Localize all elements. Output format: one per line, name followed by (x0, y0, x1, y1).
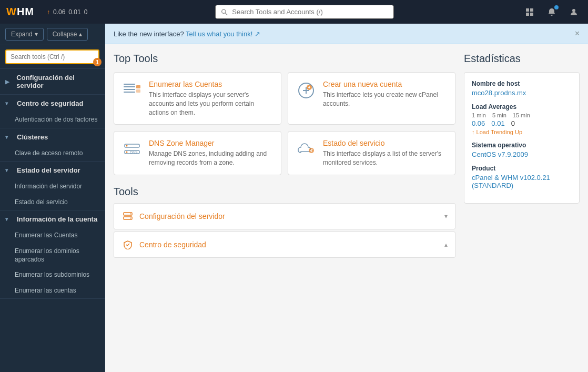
nav-section-info-cuenta-label: Información de la cuenta (17, 215, 97, 223)
sidebar-item-estado-servicio[interactable]: Estado del servicio (0, 195, 105, 210)
tool-icon-cloud (296, 139, 317, 160)
svg-rect-10 (124, 92, 135, 93)
sidebar: Expand ▾ Collapse ▴ 1 ▶ Configuración de… (0, 24, 105, 372)
sidebar-item-enum-subdominios[interactable]: Enumerar los subdominios (0, 267, 105, 283)
notice-link-text: Tell us what you think! (186, 30, 252, 38)
tool-card-estado[interactable]: Estado del servicio This interface displ… (288, 131, 455, 175)
content-inner: Top Tools (105, 44, 588, 268)
nav-section-seguridad-header[interactable]: ▾ Centro de seguridad (0, 95, 105, 112)
stat-val3: 0 (84, 8, 88, 16)
tool-icon-list (121, 80, 143, 101)
svg-rect-2 (526, 8, 529, 12)
stats-load-headers: 1 min 5 min 15 min (472, 112, 572, 118)
svg-point-30 (130, 217, 131, 218)
tool-icon-dns: DNS (121, 139, 143, 160)
sidebar-search-wrap: 1 (0, 45, 105, 69)
nav-section-config: ▶ Configuración del servidor (0, 69, 105, 95)
svg-point-29 (130, 213, 131, 214)
tool-card-estado-body: Estado del servicio This interface displ… (323, 139, 448, 167)
tool-card-dns-desc: Manage DNS zones, including adding and r… (149, 149, 273, 167)
notice-banner: Like the new interface? Tell us what you… (105, 24, 588, 44)
sidebar-search-input[interactable] (5, 49, 99, 64)
sidebar-item-info-servidor[interactable]: Información del servidor (0, 179, 105, 195)
stats-load-label: Load Averages (472, 103, 572, 110)
load-val-15min: 0 (511, 119, 515, 127)
accordion-config: Configuración del servidor ▾ (114, 203, 455, 229)
search-icon (221, 8, 228, 16)
tool-card-crear-desc: This interface lets you create new cPane… (323, 91, 448, 108)
nav-arrow-seguridad: ▾ (5, 100, 13, 106)
nav-section-clusteres-header[interactable]: ▾ Clústeres (0, 128, 105, 146)
notice-close-button[interactable]: × (575, 29, 580, 38)
nav-section-config-header[interactable]: ▶ Configuración del servidor (0, 69, 105, 94)
external-link-icon: ↗ (255, 30, 260, 38)
svg-rect-8 (124, 86, 135, 87)
stats-trending: ↑ Load Trending Up (472, 129, 572, 135)
notice-text-static: Like the new interface? (114, 30, 184, 38)
stats-os-row: Sistema operativo CentOS v7.9.2009 (472, 142, 572, 158)
accordion-config-header[interactable]: Configuración del servidor ▾ (114, 204, 455, 229)
svg-rect-9 (124, 89, 135, 90)
nav-section-info-cuenta-header[interactable]: ▾ Información de la cuenta (0, 210, 105, 228)
stats-arrow: ↑ (47, 8, 50, 16)
topbar-search-area (96, 5, 513, 19)
tool-card-crear-title: Crear una nueva cuenta (323, 80, 448, 88)
top-tools-title: Top Tools (114, 53, 455, 65)
grid-button[interactable] (522, 4, 538, 20)
svg-text:DNS: DNS (130, 150, 138, 154)
grid-icon (525, 8, 534, 16)
svg-point-6 (572, 9, 575, 12)
collapse-button[interactable]: Collapse ▴ (47, 28, 88, 41)
user-icon (570, 8, 578, 16)
tool-card-dns-body: DNS Zone Manager Manage DNS zones, inclu… (149, 139, 273, 167)
svg-rect-12 (136, 89, 140, 93)
accordion-seguridad: Centro de seguridad ▴ (114, 232, 455, 258)
load-header-15min: 15 min (513, 112, 530, 118)
tool-card-crear[interactable]: Crear una nueva cuenta This interface le… (288, 72, 455, 125)
tool-card-enumerar[interactable]: Enumerar las Cuentas This interface disp… (114, 72, 281, 125)
nav-section-estado-label: Estado del servidor (17, 166, 80, 174)
main-column: Top Tools (114, 53, 455, 260)
nav-section-estado-header[interactable]: ▾ Estado del servidor (0, 162, 105, 179)
stats-os-label: Sistema operativo (472, 142, 572, 149)
stats-hostname-value: mco28.prodns.mx (472, 89, 572, 97)
load-val-5min: 0.01 (491, 119, 504, 127)
logo: WHM (6, 6, 34, 18)
nav-arrow-config: ▶ (5, 79, 12, 85)
sidebar-item-clave-acceso[interactable]: Clave de acceso remoto (0, 146, 105, 162)
tool-card-enumerar-body: Enumerar las Cuentas This interface disp… (149, 80, 273, 117)
topbar-icons (522, 4, 582, 20)
topbar-search-input[interactable] (232, 8, 388, 16)
svg-point-0 (222, 9, 226, 13)
sidebar-item-2fa[interactable]: Autenticación de dos factores (0, 112, 105, 128)
expand-label: Expand (11, 31, 33, 38)
stats-title: Estadísticas (464, 53, 580, 65)
notifications-button[interactable] (544, 4, 560, 20)
expand-button[interactable]: Expand ▾ (5, 28, 44, 41)
accordion-seguridad-title: Centro de seguridad (139, 240, 206, 249)
sidebar-item-enum-cuentas2[interactable]: Enumerar las cuentas (0, 283, 105, 299)
stats-panel: Estadísticas Nombre de host mco28.prodns… (464, 53, 580, 260)
svg-rect-11 (136, 85, 140, 88)
notice-text: Like the new interface? Tell us what you… (114, 30, 260, 38)
tool-card-enumerar-desc: This interface displays your server's ac… (149, 91, 273, 117)
expand-icon: ▾ (35, 31, 38, 38)
user-button[interactable] (566, 4, 582, 20)
topbar-search-box[interactable] (215, 5, 394, 19)
stats-product-row: Product cPanel & WHM v102.0.21 (STANDARD… (472, 165, 572, 189)
accordion-seguridad-header[interactable]: Centro de seguridad ▴ (114, 232, 455, 257)
nav-section-clusteres-label: Clústeres (17, 133, 48, 141)
accordion-config-chevron: ▾ (444, 213, 448, 220)
svg-line-1 (225, 13, 227, 15)
stats-product-label: Product (472, 165, 572, 172)
sidebar-item-enum-cuentas[interactable]: Enumerar las Cuentas (0, 228, 105, 244)
tool-card-dns-title: DNS Zone Manager (149, 139, 273, 147)
stats-hostname-row: Nombre de host mco28.prodns.mx (472, 80, 572, 97)
notice-link[interactable]: Tell us what you think! ↗ (186, 30, 260, 38)
tool-card-dns[interactable]: DNS DNS Zone Manager Manage DNS zones, i… (114, 131, 281, 175)
svg-rect-4 (526, 13, 529, 16)
sidebar-item-enum-dominios[interactable]: Enumerar los dominios aparcados (0, 244, 105, 267)
load-val-1min: 0.06 (472, 119, 485, 127)
top-tools-section: Top Tools (114, 53, 455, 175)
tool-card-estado-desc: This interface displays a list of the se… (323, 149, 448, 167)
